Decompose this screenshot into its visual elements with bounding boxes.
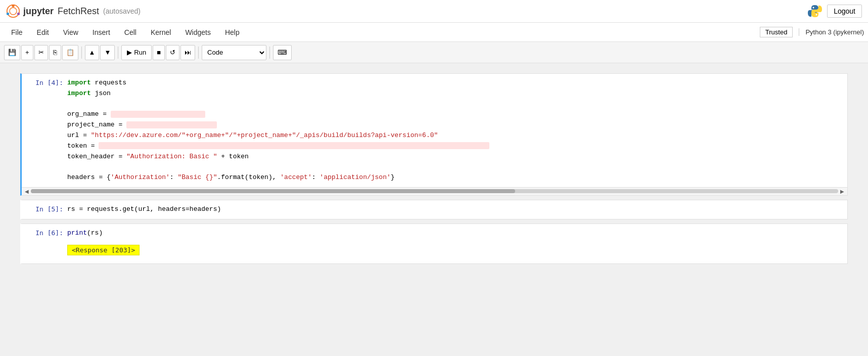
restart-button[interactable]: ↺ [166, 45, 179, 60]
cell-6-content[interactable]: print(rs) <Response [203]> [67, 224, 847, 263]
cell-6[interactable]: In [6]: print(rs) <Response [203]> [20, 224, 848, 264]
toolbar-sep-4 [269, 47, 270, 59]
blurred-token [99, 142, 489, 149]
cell-6-inner: In [6]: print(rs) <Response [203]> [22, 224, 847, 263]
blurred-org [111, 111, 205, 118]
menu-kernel[interactable]: Kernel [144, 25, 178, 39]
move-up-button[interactable]: ▲ [85, 45, 100, 60]
toolbar-sep-2 [118, 47, 118, 59]
cell-6-code[interactable]: print(rs) [67, 228, 845, 239]
cell-5-inner: In [5]: rs = requests.get(url, headers=h… [22, 200, 847, 219]
menu-help[interactable]: Help [218, 25, 247, 39]
var-token: token = [67, 142, 99, 150]
cell-4-prompt: In [4]: [22, 74, 67, 187]
var-close-brace: } [391, 173, 395, 181]
var-url: url = [67, 131, 91, 139]
jupyter-logo: jupyter [6, 4, 58, 18]
add-cell-button[interactable]: + [21, 45, 33, 60]
fast-forward-button[interactable]: ⏭ [180, 45, 195, 60]
var-project: project_name = [67, 121, 126, 128]
scrollbar-left-arrow[interactable]: ◀ [23, 189, 31, 194]
top-bar: jupyter FetchRest (autosaved) Logout [0, 0, 868, 23]
cell-5[interactable]: In [5]: rs = requests.get(url, headers=h… [20, 200, 848, 219]
menu-file[interactable]: File [4, 25, 30, 39]
var-json: json [91, 90, 111, 97]
run-icon: ▶ [127, 49, 132, 56]
output-spacer [67, 241, 843, 245]
scrollbar-thumb[interactable] [31, 189, 515, 193]
kw-import-1: import [67, 79, 91, 86]
var-org: org_name = [67, 110, 111, 118]
menu-widgets[interactable]: Widgets [178, 25, 218, 39]
cell-4-content[interactable]: import requests import json org_name = p… [67, 74, 847, 187]
paste-button[interactable]: 📋 [62, 45, 78, 60]
svg-point-4 [7, 13, 9, 15]
str-auth-key: 'Authorization' [111, 173, 170, 181]
response-badge: <Response [203]> [67, 245, 140, 255]
var-requests: requests [91, 79, 126, 86]
var-format: .format(token), [217, 173, 280, 181]
var-token-header: token_header = [67, 153, 126, 160]
blurred-project [126, 121, 217, 128]
str-app-json: 'application/json' [319, 173, 390, 181]
svg-point-2 [12, 5, 14, 7]
cut-button[interactable]: ✂ [34, 45, 48, 60]
fn-print: print [67, 229, 87, 237]
trusted-badge[interactable]: Trusted [760, 27, 793, 37]
cell-4-inner: In [4]: import requests import json org_… [22, 74, 847, 187]
menu-cell[interactable]: Cell [117, 25, 144, 39]
str-accept-key: 'accept' [280, 173, 311, 181]
cell-5-content[interactable]: rs = requests.get(url, headers=headers) [67, 200, 847, 219]
run-button[interactable]: ▶ Run [121, 45, 152, 60]
menu-insert[interactable]: Insert [85, 25, 117, 39]
stop-button[interactable]: ■ [153, 45, 165, 60]
cell-5-code[interactable]: rs = requests.get(url, headers=headers) [67, 204, 845, 215]
app-name: jupyter [23, 6, 54, 17]
kw-import-2: import [67, 90, 91, 97]
toolbar-sep-3 [198, 47, 199, 59]
str-url: "https://dev.azure.com/"+org_name+"/"+pr… [91, 131, 438, 139]
toolbar: 💾 + ✂ ⎘ 📋 ▲ ▼ ▶ Run ■ ↺ ⏭ Code Markdown … [0, 42, 868, 63]
var-print-arg: (rs) [87, 229, 103, 237]
scrollbar-right-arrow[interactable]: ▶ [838, 189, 846, 194]
menu-bar: File Edit View Insert Cell Kernel Widget… [0, 23, 868, 42]
kernel-info: Python 3 (ipykernel) [799, 28, 864, 36]
var-plus-token: + token [217, 153, 248, 160]
cell-4-code[interactable]: import requests import json org_name = p… [67, 78, 845, 183]
move-down-button[interactable]: ▼ [100, 45, 115, 60]
cell-4-scrollbar[interactable]: ◀ ▶ [22, 187, 847, 195]
run-label: Run [134, 49, 146, 56]
cell-4[interactable]: In [4]: import requests import json org_… [20, 73, 848, 196]
toolbar-sep-1 [81, 47, 82, 59]
svg-point-1 [10, 8, 17, 15]
var-rs: rs = requests.get(url, headers=headers) [67, 205, 221, 213]
cell-6-prompt: In [6]: [22, 224, 67, 263]
save-button[interactable]: 💾 [4, 45, 20, 60]
python-icon [807, 3, 823, 19]
copy-button[interactable]: ⎘ [49, 45, 61, 60]
logout-button[interactable]: Logout [827, 5, 862, 18]
scrollbar-track[interactable] [31, 189, 838, 193]
svg-point-6 [816, 14, 817, 16]
jupyter-icon [6, 4, 20, 18]
svg-point-3 [17, 13, 20, 15]
cell-5-prompt: In [5]: [22, 200, 67, 219]
svg-point-5 [813, 7, 814, 9]
menu-edit[interactable]: Edit [30, 25, 56, 39]
cell-type-select[interactable]: Code Markdown Raw NBConvert [202, 45, 266, 60]
menu-right: Trusted Python 3 (ipykernel) [760, 27, 864, 37]
var-colon2: : [312, 173, 320, 181]
autosaved-label: (autosaved) [103, 7, 141, 15]
menu-view[interactable]: View [56, 25, 85, 39]
var-colon1: : [170, 173, 178, 181]
top-bar-right: Logout [807, 3, 862, 19]
notebook-area: In [4]: import requests import json org_… [0, 63, 868, 356]
str-basic-fmt: "Basic {}" [177, 173, 217, 181]
str-auth-basic: "Authorization: Basic " [126, 153, 217, 160]
cell-6-output: <Response [203]> [67, 239, 845, 259]
notebook-title[interactable]: FetchRest [58, 6, 99, 17]
var-headers: headers = { [67, 173, 111, 181]
keyboard-shortcut-button[interactable]: ⌨ [273, 45, 292, 60]
